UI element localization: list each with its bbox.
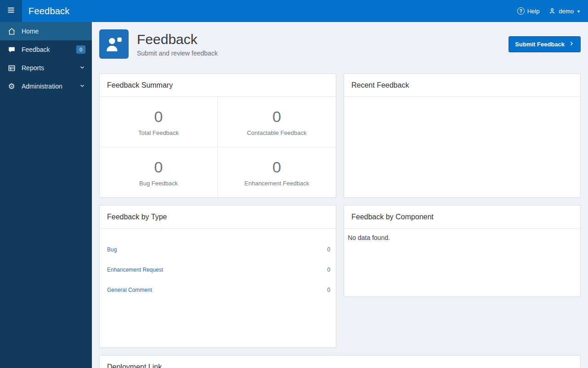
- card-title: Deployment Link: [100, 356, 580, 368]
- no-data-message: No data found.: [344, 229, 580, 247]
- user-icon: [548, 7, 556, 15]
- bar-chart: Bug 0 Enhancement Request 0 General Comm…: [100, 229, 336, 300]
- comment-icon: [7, 45, 16, 54]
- help-label: Help: [527, 8, 540, 15]
- sidebar-item-feedback[interactable]: Feedback 0: [0, 40, 92, 59]
- app-header: Feedback ? Help demo ▾: [0, 0, 588, 22]
- bar-category-link[interactable]: Bug: [107, 246, 166, 253]
- app-title: Feedback: [28, 6, 69, 17]
- page-hero: Feedback Submit and review feedback Subm…: [99, 29, 581, 59]
- stat-value: 0: [154, 158, 163, 176]
- bar-row-enhancement-request: Enhancement Request 0: [107, 260, 330, 280]
- chevron-down-icon: [79, 64, 85, 72]
- user-menu[interactable]: demo ▾: [548, 7, 580, 15]
- sidebar-item-administration[interactable]: ⚙ Administration: [0, 77, 92, 95]
- chevron-down-icon: [79, 83, 85, 90]
- bar-row-bug: Bug 0: [107, 240, 330, 260]
- stat-bug-feedback: 0 Bug Feedback: [100, 147, 218, 198]
- stat-value: 0: [154, 108, 163, 126]
- stat-total-feedback: 0 Total Feedback: [100, 97, 218, 147]
- sidebar-item-label: Administration: [22, 83, 73, 90]
- card-title: Feedback by Type: [100, 206, 336, 229]
- submit-feedback-button[interactable]: Submit Feedback: [509, 36, 581, 52]
- stat-label: Total Feedback: [138, 129, 179, 136]
- feedback-by-component-card: Feedback by Component No data found.: [344, 205, 581, 297]
- chevron-right-icon: [569, 41, 574, 48]
- deployment-link-card: Deployment Link: [99, 355, 581, 368]
- user-label: demo: [559, 8, 574, 15]
- stat-value: 0: [272, 158, 281, 176]
- stat-label: Enhancement Feedback: [244, 180, 309, 187]
- bar-value: 0: [322, 246, 330, 253]
- stat-enhancement-feedback: 0 Enhancement Feedback: [218, 147, 336, 198]
- bar-category-link[interactable]: General Comment: [107, 287, 166, 293]
- bar-value: 0: [322, 287, 330, 293]
- report-table-icon: [7, 64, 16, 72]
- feedback-by-type-card: Feedback by Type Bug 0 Enhancement Reque…: [99, 205, 336, 348]
- sidebar-item-label: Home: [22, 28, 85, 35]
- feedback-count-badge: 0: [76, 45, 85, 54]
- gear-icon: ⚙: [7, 82, 16, 90]
- caret-down-icon: ▾: [577, 9, 580, 14]
- feedback-app-icon: [99, 29, 129, 59]
- summary-stats-grid: 0 Total Feedback 0 Contactable Feedback …: [100, 97, 336, 198]
- sidebar-item-home[interactable]: Home: [0, 22, 92, 40]
- card-title: Feedback by Component: [344, 206, 580, 229]
- hamburger-icon: [7, 6, 15, 16]
- page-subtitle: Submit and review feedback: [137, 50, 218, 57]
- page-title: Feedback: [137, 32, 218, 47]
- recent-feedback-card: Recent Feedback: [344, 73, 581, 198]
- sidebar: Home Feedback 0 Reports ⚙ Administration: [0, 22, 92, 368]
- sidebar-item-label: Feedback: [22, 46, 70, 53]
- stat-value: 0: [272, 108, 281, 126]
- help-icon: ?: [517, 7, 525, 15]
- help-menu[interactable]: ? Help: [517, 7, 540, 15]
- main-content: Feedback Submit and review feedback Subm…: [92, 22, 588, 368]
- bar-row-general-comment: General Comment 0: [107, 280, 330, 300]
- card-title: Recent Feedback: [344, 74, 580, 97]
- stat-label: Bug Feedback: [139, 180, 178, 187]
- stat-contactable-feedback: 0 Contactable Feedback: [218, 97, 336, 147]
- menu-toggle-button[interactable]: [0, 0, 22, 22]
- stat-label: Contactable Feedback: [247, 129, 306, 136]
- card-title: Feedback Summary: [100, 74, 336, 97]
- sidebar-item-reports[interactable]: Reports: [0, 59, 92, 77]
- sidebar-item-label: Reports: [22, 64, 73, 72]
- bar-value: 0: [322, 267, 330, 273]
- feedback-summary-card: Feedback Summary 0 Total Feedback 0 Cont…: [99, 73, 336, 198]
- submit-feedback-label: Submit Feedback: [515, 41, 565, 48]
- home-icon: [7, 27, 16, 35]
- bar-category-link[interactable]: Enhancement Request: [107, 267, 166, 273]
